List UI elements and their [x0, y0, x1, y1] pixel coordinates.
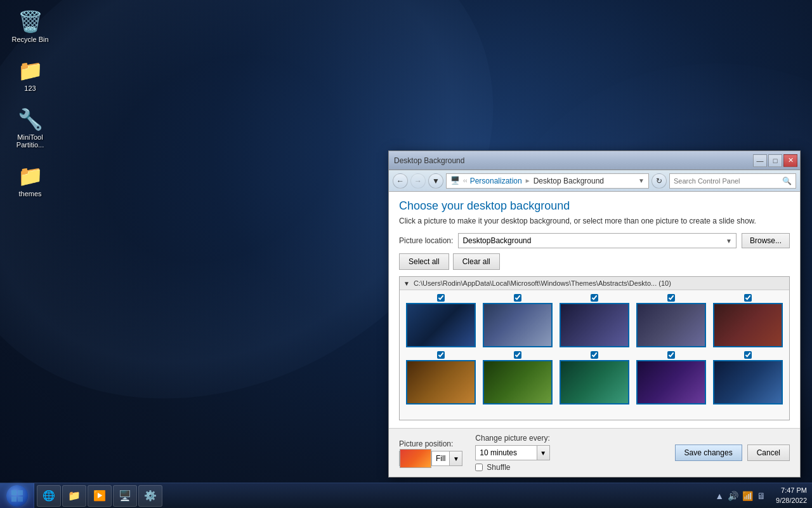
- picture-location-select[interactable]: DesktopBackground ▼: [458, 233, 737, 248]
- taskbar: 🌐 📁 ▶️ 🖥️ ⚙️ ▲ 🔊 📶 🖥 7:47 PM 9/28/2022: [0, 483, 812, 508]
- image-grid-row1: [400, 290, 789, 351]
- cancel-button[interactable]: Cancel: [747, 444, 790, 461]
- main-content: Choose your desktop background Click a p…: [389, 192, 800, 428]
- change-every-label: Change picture every:: [475, 434, 549, 443]
- address-bar: 🖥️ ‹‹ Personalization ► Desktop Backgrou…: [446, 173, 649, 189]
- taskbar-media-button[interactable]: ▶️: [88, 485, 112, 507]
- image-checkbox-8[interactable]: [591, 351, 598, 359]
- image-thumb-2[interactable]: [483, 303, 553, 347]
- clock-date: 9/28/2022: [776, 496, 807, 505]
- image-checkbox-5[interactable]: [744, 294, 752, 302]
- image-checkbox-1[interactable]: [437, 294, 445, 302]
- expand-arrow-icon[interactable]: ▼: [403, 280, 410, 287]
- image-checkbox-6[interactable]: [437, 351, 445, 359]
- display-icon[interactable]: 🖥: [757, 491, 766, 501]
- image-grid-header: ▼ C:\Users\Rodin\AppData\Local\Microsoft…: [400, 277, 789, 290]
- taskbar-control-button[interactable]: ⚙️: [138, 485, 162, 507]
- shuffle-row: Shuffle: [475, 463, 549, 472]
- page-description: Click a picture to make it your desktop …: [399, 217, 790, 225]
- image-thumb-5[interactable]: [713, 303, 783, 347]
- image-checkbox-7[interactable]: [514, 351, 521, 359]
- recent-button[interactable]: ▼: [428, 173, 443, 189]
- start-orb-icon: [6, 485, 28, 507]
- image-checkbox-10[interactable]: [744, 351, 752, 359]
- search-icon[interactable]: 🔍: [782, 177, 792, 185]
- image-grid-container: ▼ C:\Users\Rodin\AppData\Local\Microsoft…: [399, 276, 790, 420]
- maximize-button[interactable]: □: [768, 154, 782, 167]
- image-thumb-4[interactable]: [636, 303, 706, 347]
- picture-position-group: Picture position: Fill ▼: [399, 439, 462, 466]
- image-checkbox-4[interactable]: [667, 294, 675, 302]
- svg-rect-3: [18, 497, 23, 502]
- themes-folder-label: themes: [18, 190, 41, 197]
- refresh-button[interactable]: ↻: [652, 173, 667, 189]
- clock-time: 7:47 PM: [776, 486, 807, 495]
- image-item-6: [403, 351, 478, 404]
- change-every-arrow-icon[interactable]: ▼: [537, 446, 549, 460]
- shuffle-label: Shuffle: [487, 463, 510, 472]
- image-item-9: [634, 351, 709, 404]
- folder-123-image: 📁: [18, 58, 43, 83]
- folder-123-icon[interactable]: 📁 123: [6, 55, 54, 95]
- image-checkbox-9[interactable]: [667, 351, 675, 359]
- title-bar: Desktop Background — □ ✕: [389, 151, 800, 170]
- address-icon: 🖥️: [450, 176, 461, 186]
- image-item-4: [634, 294, 709, 347]
- taskbar-network-button[interactable]: 🖥️: [113, 485, 137, 507]
- search-box: 🔍: [669, 173, 796, 189]
- save-changes-button[interactable]: Save changes: [675, 444, 742, 461]
- position-preview-thumb: [400, 449, 431, 468]
- picture-location-value: DesktopBackground: [462, 236, 726, 245]
- image-item-3: [557, 294, 631, 347]
- change-every-value: 10 minutes: [476, 448, 536, 457]
- clear-all-button[interactable]: Clear all: [453, 253, 500, 270]
- minitool-label: MiniTool Partitio...: [9, 133, 51, 149]
- select-all-button[interactable]: Select all: [399, 253, 449, 270]
- browse-button[interactable]: Browse...: [742, 233, 790, 248]
- network-status-icon[interactable]: 📶: [742, 491, 753, 501]
- bottom-controls: Picture position: Fill ▼ Change picture …: [389, 428, 800, 477]
- explorer-icon: 📁: [68, 490, 81, 502]
- image-thumb-8[interactable]: [560, 360, 629, 404]
- image-item-10: [711, 351, 785, 404]
- image-checkbox-2[interactable]: [514, 294, 521, 302]
- minitool-icon[interactable]: 🔧 MiniTool Partitio...: [6, 104, 54, 151]
- taskbar-explorer-button[interactable]: 📁: [62, 485, 86, 507]
- themes-folder-icon[interactable]: 📁 themes: [6, 161, 54, 200]
- image-thumb-7[interactable]: [483, 360, 553, 404]
- image-thumb-3[interactable]: [560, 303, 629, 347]
- forward-button[interactable]: →: [410, 173, 426, 189]
- search-input[interactable]: [674, 177, 780, 185]
- arrow-up-icon[interactable]: ▲: [715, 491, 724, 501]
- image-item-7: [480, 351, 554, 404]
- svg-rect-2: [11, 497, 16, 502]
- address-sep-1: ‹‹: [463, 177, 468, 184]
- recycle-bin-icon[interactable]: 🗑️ Recycle Bin: [6, 6, 54, 46]
- svg-rect-0: [11, 490, 16, 495]
- taskbar-clock[interactable]: 7:47 PM 9/28/2022: [771, 486, 812, 505]
- image-item-2: [480, 294, 554, 347]
- start-button[interactable]: [0, 483, 34, 509]
- control-icon: ⚙️: [144, 490, 157, 502]
- address-personalization[interactable]: Personalization: [470, 177, 522, 185]
- image-thumb-10[interactable]: [713, 360, 783, 404]
- minimize-button[interactable]: —: [753, 154, 767, 167]
- close-button[interactable]: ✕: [783, 154, 797, 167]
- image-thumb-6[interactable]: [406, 360, 476, 404]
- image-thumb-1[interactable]: [406, 303, 476, 347]
- position-dropdown-arrow-icon[interactable]: ▼: [449, 451, 462, 465]
- address-chevron[interactable]: ▼: [638, 177, 645, 184]
- shuffle-checkbox[interactable]: [475, 464, 483, 471]
- image-checkbox-3[interactable]: [591, 294, 598, 302]
- volume-icon[interactable]: 🔊: [728, 491, 738, 501]
- path-text: C:\Users\Rodin\AppData\Local\Microsoft\W…: [414, 279, 671, 287]
- picture-position-select: Fill ▼: [399, 451, 462, 466]
- address-sep-2: ►: [525, 177, 531, 184]
- image-thumb-9[interactable]: [636, 360, 706, 404]
- image-grid-row2: [400, 351, 789, 408]
- taskbar-ie-button[interactable]: 🌐: [37, 485, 61, 507]
- recycle-bin-label: Recycle Bin: [11, 36, 48, 43]
- position-value: Fill: [436, 454, 445, 463]
- back-button[interactable]: ←: [393, 173, 408, 189]
- recycle-bin-image: 🗑️: [18, 9, 43, 34]
